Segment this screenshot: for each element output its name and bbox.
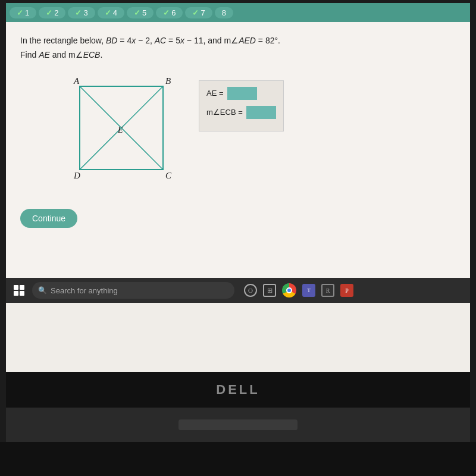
ecb-row: m∠ECB = <box>206 106 276 119</box>
check-3: ✓ <box>75 8 82 17</box>
task-view-icon[interactable]: ⊞ <box>263 284 276 297</box>
search-bar[interactable]: 🔍 Search for anything <box>32 282 234 299</box>
tab-7-label: 7 <box>201 8 205 17</box>
check-4: ✓ <box>105 8 111 17</box>
ae-input[interactable] <box>227 87 257 100</box>
windows-logo-icon <box>14 285 24 296</box>
problem-text: In the rectangle below, BD = 4x − 2, AC … <box>20 34 456 62</box>
tab-2[interactable]: ✓ 2 <box>39 7 65 18</box>
tab-8-label: 8 <box>222 8 226 17</box>
tab-6[interactable]: ✓ 6 <box>156 7 183 18</box>
check-2: ✓ <box>46 8 52 17</box>
label-C: C <box>165 171 172 180</box>
check-5: ✓ <box>134 8 140 17</box>
windows-start-button[interactable] <box>11 282 27 299</box>
stand-foot <box>178 419 298 430</box>
answer-panel: AE = m∠ECB = <box>199 80 284 131</box>
label-A: A <box>73 76 80 86</box>
geometry-diagram: A B D C E <box>56 68 187 199</box>
taskbar: 🔍 Search for anything O ⊞ T R P <box>6 278 470 303</box>
ae-row: AE = <box>206 87 276 100</box>
tab-4[interactable]: ✓ 4 <box>98 7 124 18</box>
r-icon[interactable]: R <box>321 284 334 297</box>
problem-line1: In the rectangle below, BD = 4x − 2, AC … <box>20 36 280 45</box>
chrome-inner <box>286 287 292 293</box>
tab-1[interactable]: ✓ 1 <box>10 7 36 18</box>
search-icon: 🔍 <box>38 286 47 295</box>
dell-logo-area: DELL <box>6 372 470 408</box>
p-icon[interactable]: P <box>340 284 353 297</box>
continue-button[interactable]: Continue <box>20 209 77 228</box>
tab-bar: ✓ 1 ✓ 2 ✓ 3 ✓ 4 ✓ 5 ✓ 6 <box>6 3 470 22</box>
ae-label: AE = <box>206 89 224 98</box>
content-area: In the rectangle below, BD = 4x − 2, AC … <box>6 22 470 278</box>
tab-7[interactable]: ✓ 7 <box>185 7 212 18</box>
dell-logo-text: DELL <box>216 382 259 397</box>
check-1: ✓ <box>17 8 23 17</box>
diagram-svg-area: A B D C E <box>56 68 187 202</box>
tab-5[interactable]: ✓ 5 <box>127 7 154 18</box>
tab-1-label: 1 <box>25 8 29 17</box>
cortana-icon[interactable]: O <box>244 284 257 297</box>
label-D: D <box>73 171 80 180</box>
check-7: ✓ <box>192 8 199 17</box>
tab-4-label: 4 <box>113 8 117 17</box>
taskbar-icons: O ⊞ T R P <box>244 283 353 298</box>
monitor: ✓ 1 ✓ 2 ✓ 3 ✓ 4 ✓ 5 ✓ 6 <box>0 0 476 476</box>
monitor-stand <box>6 408 470 442</box>
tab-2-label: 2 <box>54 8 58 17</box>
label-E: E <box>117 126 123 134</box>
tab-8[interactable]: 8 <box>215 7 233 18</box>
tab-3-label: 3 <box>83 8 87 17</box>
ecb-label: m∠ECB = <box>206 108 243 117</box>
ecb-input[interactable] <box>246 106 276 119</box>
check-6: ✓ <box>163 8 170 17</box>
diagram-container: A B D C E AE = m∠ECB = <box>20 68 456 202</box>
tab-6-label: 6 <box>171 8 176 17</box>
screen: ✓ 1 ✓ 2 ✓ 3 ✓ 4 ✓ 5 ✓ 6 <box>6 3 470 372</box>
problem-line2: Find AE and m∠ECB. <box>20 50 102 60</box>
bottom-dark-area <box>0 442 476 476</box>
search-text: Search for anything <box>51 286 118 295</box>
tab-5-label: 5 <box>142 8 146 17</box>
teams-icon[interactable]: T <box>302 284 315 297</box>
chrome-icon[interactable] <box>282 283 296 298</box>
label-B: B <box>165 76 171 86</box>
tab-3[interactable]: ✓ 3 <box>68 7 95 18</box>
